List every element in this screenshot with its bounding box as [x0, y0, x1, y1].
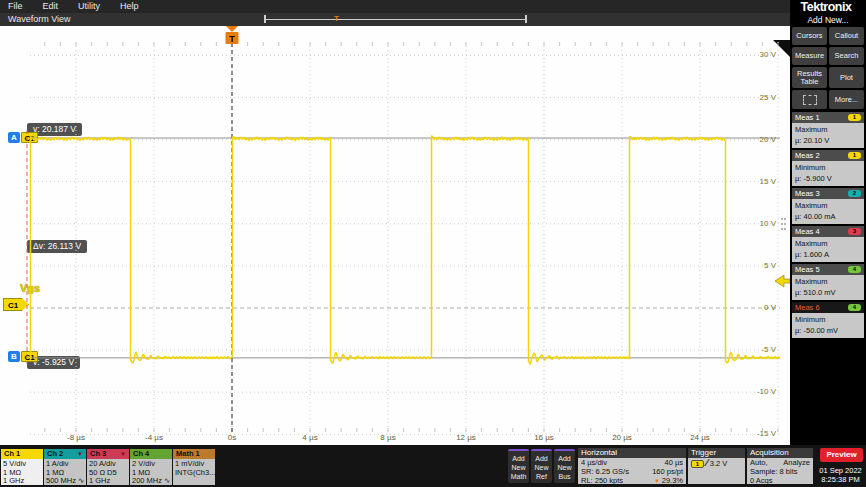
- meas-badge-6[interactable]: Meas 64Minimumµ: -50.00 mV: [792, 302, 864, 338]
- sidebar-button-plot[interactable]: Plot: [829, 67, 864, 88]
- horizontal-row: RL: 250 kpts▼ 29.3%: [581, 477, 683, 486]
- y-axis-label: -5 V: [742, 345, 776, 354]
- sidebar-button-display-settings[interactable]: [792, 90, 827, 109]
- channel-badge-ch-1[interactable]: Ch 15 V/div1 MΩ1 GHz: [1, 449, 43, 485]
- waveform-plot[interactable]: v: 20.187 V Δv: 26.113 V v: -5.925 V A C…: [0, 26, 790, 445]
- y-axis-label: -10 V: [742, 387, 776, 396]
- y-axis-label: 0 V: [742, 303, 776, 312]
- channel-settings: 5 V/div1 MΩ1 GHz: [1, 459, 43, 485]
- x-axis-label: -4 µs: [134, 433, 174, 442]
- horizontal-value: 29.3%: [662, 476, 683, 485]
- x-axis-label: 20 µs: [602, 433, 642, 442]
- button-add-new-bus[interactable]: AddNewBus: [554, 449, 575, 483]
- meas-values: Maximumµ: 510.0 mV: [792, 275, 864, 300]
- channel-label: Math 1: [176, 449, 200, 459]
- preview-button[interactable]: Preview: [820, 448, 863, 462]
- channel-badge-header: Math 1: [173, 449, 215, 459]
- record-window-bar[interactable]: [264, 19, 527, 20]
- channel-badge-ch-2[interactable]: Ch 2▼1 A/div1 MΩ500 MHz ∿: [44, 449, 86, 485]
- tektronix-logo: Tektronix: [789, 0, 863, 14]
- menu-file[interactable]: File: [8, 0, 23, 13]
- meas-stat: Minimum: [795, 162, 861, 173]
- channel-badge-ch-4[interactable]: Ch 42 V/div1 MΩ200 MHz ∿: [130, 449, 172, 485]
- meas-badge-3[interactable]: Meas 32Maximumµ: 40.00 mA: [792, 188, 864, 224]
- horizontal-value-right: ▼ 29.3%: [654, 477, 683, 486]
- y-axis-label: 5 V: [742, 261, 776, 270]
- meas-stat: Maximum: [795, 124, 861, 135]
- acquisition-badge[interactable]: Acquisition Auto, Analyze Sample: 8 bits…: [747, 448, 813, 484]
- button-add-new-math[interactable]: AddNewMath: [508, 449, 529, 483]
- meas-values: Maximumµ: 20.10 V: [792, 123, 864, 148]
- add-new-label: Add New...: [790, 14, 866, 26]
- sidebar-button-measure[interactable]: Measure: [792, 47, 827, 65]
- sidebar-button-cursors[interactable]: Cursors: [792, 27, 827, 45]
- channel-badge-math-1[interactable]: Math 11 mV/divINTG(Ch3...: [173, 449, 215, 485]
- ch1-waveform-trace: [30, 136, 780, 364]
- offscreen-arrow-icon: ▼: [77, 449, 83, 459]
- record-window-right-bracket[interactable]: [525, 15, 527, 23]
- trigger-slope-icon: ∕: [706, 457, 708, 468]
- horizontal-value: 40 µs: [665, 458, 684, 467]
- channel-label: Ch 2: [47, 449, 63, 459]
- meas-source-badge: 1: [848, 152, 861, 159]
- results-sidebar: Add New... CursorsCalloutMeasureSearchRe…: [790, 14, 866, 445]
- channel-label: Ch 3: [90, 449, 106, 459]
- meas-badge-5[interactable]: Meas 54Maximumµ: 510.0 mV: [792, 264, 864, 300]
- settings-bar: Ch 15 V/div1 MΩ1 GHzCh 2▼1 A/div1 MΩ500 …: [0, 445, 866, 487]
- y-axis-label: -15 V: [742, 429, 776, 438]
- meas-header: Meas 54: [792, 264, 864, 275]
- channel-badge-header: Ch 4: [130, 449, 172, 459]
- svg-text:T: T: [229, 34, 235, 44]
- trigger-badge[interactable]: Trigger 1 ∕ 3.2 V: [688, 448, 745, 484]
- trigger-level-value: 3.2 V: [710, 459, 728, 468]
- y-axis-label: 25 V: [742, 93, 776, 102]
- meas-badge-1[interactable]: Meas 11Maximumµ: 20.10 V: [792, 112, 864, 148]
- meas-mean-value: µ: -5.900 V: [795, 173, 861, 184]
- channel-setting-row: 200 MHz ∿: [132, 477, 170, 485]
- y-axis-label: 15 V: [742, 177, 776, 186]
- meas-name: Meas 4: [795, 227, 820, 236]
- record-window-left-bracket[interactable]: [264, 15, 266, 23]
- horizontal-value-left: RL: 250 kpts: [581, 477, 623, 486]
- meas-header: Meas 11: [792, 112, 864, 123]
- meas-badge-2[interactable]: Meas 21Minimumµ: -5.900 V: [792, 150, 864, 186]
- record-trigger-marker[interactable]: T: [334, 13, 339, 25]
- menu-help[interactable]: Help: [120, 0, 139, 13]
- meas-mean-value: µ: 510.0 mV: [795, 287, 861, 298]
- channel-badge-ch-3[interactable]: Ch 3▼20 A/div50 Ω D51 GHz: [87, 449, 129, 485]
- menu-bar: FileEditUtilityHelp: [0, 0, 790, 13]
- horizontal-value: 160 ps/pt: [652, 467, 683, 476]
- channel-settings: 1 mV/divINTG(Ch3...: [173, 459, 215, 485]
- time-value: 8:25:38 PM: [817, 475, 864, 484]
- y-axis-label: 30 V: [742, 50, 776, 59]
- horizontal-badge[interactable]: Horizontal 4 µs/div40 µsSR: 6.25 GS/s160…: [578, 448, 686, 484]
- trigger-level-arrow: [775, 275, 790, 287]
- meas-name: Meas 1: [795, 113, 820, 122]
- meas-name: Meas 6: [795, 303, 820, 312]
- x-axis-label: 12 µs: [446, 433, 486, 442]
- horizontal-title: Horizontal: [578, 448, 686, 458]
- meas-mean-value: µ: -50.00 mV: [795, 325, 861, 336]
- x-axis-label: 24 µs: [680, 433, 720, 442]
- channel-settings: 2 V/div1 MΩ200 MHz ∿: [130, 459, 172, 485]
- graticule-svg: T: [0, 26, 790, 445]
- sidebar-button-more[interactable]: More...: [829, 90, 864, 109]
- meas-stat: Maximum: [795, 238, 861, 249]
- sidebar-button-search[interactable]: Search: [829, 47, 864, 65]
- channel-settings: 20 A/div50 Ω D51 GHz: [87, 459, 129, 485]
- date-value: 01 Sep 2022: [817, 466, 864, 475]
- sidebar-button-callout[interactable]: Callout: [829, 27, 864, 45]
- offscreen-arrow-icon: ▼: [120, 449, 126, 459]
- button-add-new-ref[interactable]: AddNewRef: [531, 449, 552, 483]
- meas-header: Meas 43: [792, 226, 864, 237]
- channel-setting-row: 1 GHz: [89, 477, 127, 485]
- menu-utility[interactable]: Utility: [78, 0, 100, 13]
- x-axis-label: 8 µs: [368, 433, 408, 442]
- menu-edit[interactable]: Edit: [43, 0, 59, 13]
- meas-badge-4[interactable]: Meas 43Maximumµ: 1.600 A: [792, 226, 864, 262]
- tab-waveform-view[interactable]: Waveform View: [8, 13, 71, 26]
- channel-badge-header: Ch 1: [1, 449, 43, 459]
- sidebar-button-results-table[interactable]: Results Table: [792, 67, 827, 88]
- trigger-title: Trigger: [688, 448, 745, 458]
- meas-source-badge: 3: [848, 228, 861, 235]
